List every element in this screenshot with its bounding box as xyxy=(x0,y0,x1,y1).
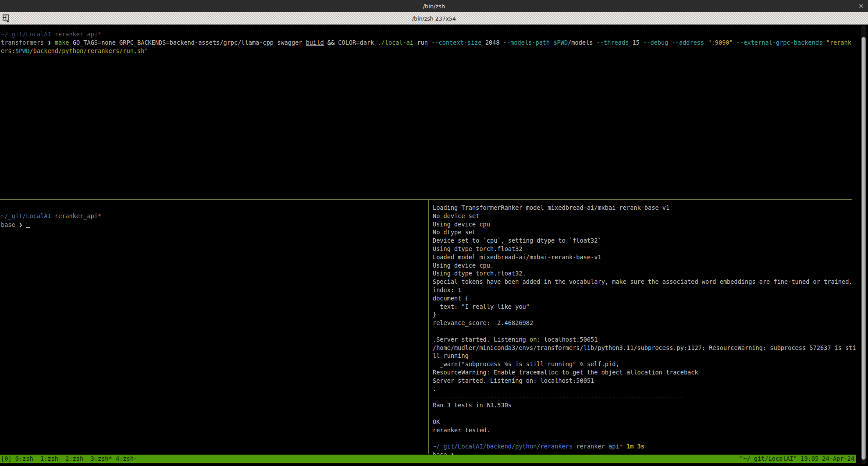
text-segment: --models-path xyxy=(503,39,550,46)
terminal-line: Using device cpu. xyxy=(433,262,852,270)
text-segment xyxy=(822,39,826,46)
text-segment xyxy=(22,221,26,228)
terminal-line: relevance_score: -2.46826982 xyxy=(433,319,852,328)
terminal-window: /bin/zsh ✕ /bin/zsh 237x54 ~/_git/LocalA… xyxy=(0,0,868,466)
window-grid-icon xyxy=(2,14,11,23)
text-segment: $PWD xyxy=(15,47,30,54)
terminal-line: No dtype set xyxy=(433,229,852,237)
terminal-line: Loaded model mixedbread-ai/mxbai-rerank-… xyxy=(433,254,852,262)
text-segment: --address xyxy=(672,39,704,46)
terminal-line: Special tokens have been added in the vo… xyxy=(433,278,852,286)
text-segment: 2048 xyxy=(482,39,503,46)
terminal-line: ResourceWarning: Enable tracemalloc to g… xyxy=(433,369,852,377)
text-segment xyxy=(51,212,55,219)
text-segment: base xyxy=(1,221,15,228)
text-segment: ~/_git/LocalAI xyxy=(1,31,51,38)
text-segment: --external-grpc-backends xyxy=(736,39,822,46)
tmux-status-bar: [0] 0:zsh 1:zsh 2:zsh 3:zsh* 4:zsh- "~/_… xyxy=(0,455,856,463)
terminal-line xyxy=(433,410,852,418)
text-segment: /models xyxy=(568,39,596,46)
text-segment: --threads xyxy=(597,39,629,46)
status-window-list[interactable]: [0] 0:zsh 1:zsh 2:zsh 3:zsh* 4:zsh- xyxy=(1,455,137,463)
terminal-line: OK xyxy=(433,418,852,427)
pane-divider-vertical[interactable] xyxy=(428,200,429,454)
text-segment: --debug xyxy=(643,39,668,46)
titlebar: /bin/zsh ✕ xyxy=(0,0,868,12)
layout-menu-button[interactable] xyxy=(1,14,12,23)
terminal-pane-bottom-right[interactable]: Loading TransformerRanker model mixedbre… xyxy=(433,204,852,459)
terminal-line: } xyxy=(433,311,852,319)
text-segment: $PWD xyxy=(553,39,568,46)
terminal-line: ers:$PWD/backend/python/rerankers/run.sh… xyxy=(1,47,852,56)
text-segment: ~/_git/LocalAI/backend/python/rerankers xyxy=(433,443,573,450)
text-segment: GO_TAGS=none GRPC_BACKENDS=backend-asset… xyxy=(69,39,306,46)
text-segment xyxy=(668,39,672,46)
terminal-line: .Server started. Listening on: localhost… xyxy=(433,336,852,344)
terminal-line: text: "I really like you" xyxy=(433,303,852,311)
text-segment: reranker_api xyxy=(55,31,98,38)
text-segment xyxy=(15,221,19,228)
text-segment: reranker_api xyxy=(55,212,98,219)
terminal-line: Using dtype torch.float32 xyxy=(433,245,852,254)
text-segment: build xyxy=(306,39,324,46)
text-segment: ❯ xyxy=(47,39,51,46)
terminal-line: ----------------------------------------… xyxy=(433,393,852,402)
text-segment: ers: xyxy=(1,47,15,54)
text-segment: COLOR=dark xyxy=(334,39,377,46)
status-session-info: "~/_git/LocalAI" 19:05 24-Apr-24 xyxy=(740,455,854,463)
text-segment: /backend/python/rerankers/run.sh" xyxy=(30,47,148,54)
terminal-line: /home/mudler/miniconda3/envs/transformer… xyxy=(433,344,852,353)
text-segment: && xyxy=(327,39,334,46)
text-segment: ":9090" xyxy=(708,39,733,46)
terminal-line: Device set to `cpu`, setting dtype to `f… xyxy=(433,237,852,245)
terminal-line: ~/_git/LocalAI reranker_api* xyxy=(1,31,852,39)
terminal-line: Using device cpu xyxy=(433,221,852,229)
terminal-line: index: 1 xyxy=(433,286,852,295)
text-segment: --context-size xyxy=(431,39,482,46)
window-title: /bin/zsh xyxy=(423,3,445,10)
pane-divider-horizontal[interactable] xyxy=(0,199,852,200)
text-segment: 1m 3s xyxy=(626,443,644,450)
terminal-line: ~/_git/LocalAI/backend/python/rerankers … xyxy=(433,443,852,451)
terminal-line: _warn("subprocess %s is still running" %… xyxy=(433,360,852,369)
terminal-line: No device set xyxy=(433,212,852,221)
terminal-line: Server started. Listening on: localhost:… xyxy=(433,377,852,385)
terminal-line: reranker tested. xyxy=(433,427,852,435)
close-icon[interactable]: ✕ xyxy=(858,0,864,12)
scrollbar-track xyxy=(861,25,866,464)
text-segment xyxy=(51,39,55,46)
text-segment: "rerank xyxy=(826,39,851,46)
text-segment: * xyxy=(98,31,101,38)
terminal-line: Ran 3 tests in 63.530s xyxy=(433,402,852,410)
scrollbar-thumb[interactable] xyxy=(861,37,866,460)
terminal-line: transformers ❯ make GO_TAGS=none GRPC_BA… xyxy=(1,39,852,47)
terminal-line xyxy=(433,328,852,336)
text-segment: * xyxy=(619,443,623,450)
terminal-line: ll running xyxy=(433,352,852,360)
text-segment: run xyxy=(413,39,431,46)
terminal-line xyxy=(1,204,427,212)
text-segment xyxy=(324,39,327,46)
text-segment xyxy=(733,39,736,46)
tab-terminal[interactable]: /bin/zsh 237x54 xyxy=(412,15,456,22)
text-segment: ❯ xyxy=(19,221,22,228)
text-segment: * xyxy=(98,212,101,219)
terminal-line xyxy=(433,434,852,443)
text-segment: 15 xyxy=(629,39,643,46)
text-segment: reranker_api xyxy=(576,443,619,450)
terminal-pane-bottom-left[interactable]: ~/_git/LocalAI reranker_api*base ❯ xyxy=(1,204,427,229)
text-segment xyxy=(51,31,55,38)
terminal-pane-top[interactable]: ~/_git/LocalAI reranker_api*transformers… xyxy=(1,31,852,55)
text-segment: transformers xyxy=(1,39,44,46)
terminal-line: document { xyxy=(433,295,852,303)
text-segment: make xyxy=(55,39,69,46)
terminal-line: base ❯ xyxy=(1,221,427,229)
text-segment xyxy=(623,443,626,450)
text-segment: ./local-ai xyxy=(377,39,413,46)
terminal-line: ~/_git/LocalAI reranker_api* xyxy=(1,212,427,221)
terminal-line: . xyxy=(433,385,852,394)
text-segment: ~/_git/LocalAI xyxy=(1,212,51,219)
tabbar: /bin/zsh 237x54 xyxy=(0,12,868,25)
terminal-cursor xyxy=(26,221,30,228)
terminal-line: Loading TransformerRanker model mixedbre… xyxy=(433,204,852,212)
